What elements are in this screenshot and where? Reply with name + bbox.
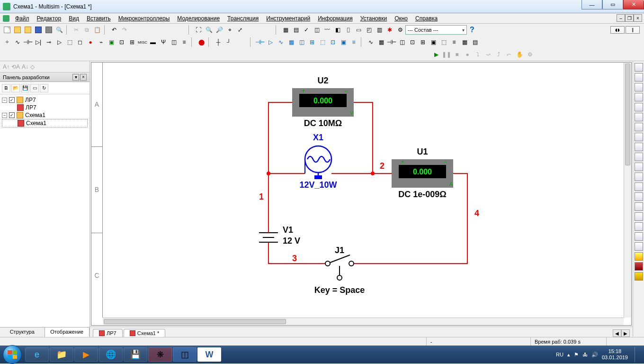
start-button[interactable] [3,345,22,364]
place-cap-button[interactable]: ⊣⊢ [23,37,33,47]
tray-clock[interactable]: 15:18 03.01.2019 [602,348,628,361]
schematic-canvas[interactable]: A B C [91,62,632,326]
comp-18[interactable]: ⬚ [439,37,448,47]
tab-scroll-left[interactable]: ◀ [613,329,621,337]
comp-3[interactable]: ∿ [276,37,286,47]
comp-16[interactable]: ⊞ [418,37,428,47]
tray-volume-icon[interactable]: 🔊 [591,352,598,358]
menu-options[interactable]: Установки [357,14,391,23]
text-color-icon[interactable]: ◇ [30,64,35,70]
labview-inst-icon[interactable] [635,272,643,281]
comp-11[interactable]: ∿ [366,37,376,47]
word-gen-icon[interactable] [635,133,643,141]
menu-info[interactable]: Информация [314,14,356,23]
zoom-out-button[interactable]: 🔎 [215,25,224,35]
text-rotate-icon[interactable]: ⟲A [11,64,20,70]
copy-button[interactable]: ⧉ [82,25,91,35]
cut-button[interactable]: ✂ [72,25,81,35]
panel-pin-button[interactable]: ▾ [72,74,79,81]
place-bus-button[interactable]: ≡ [179,37,189,47]
comp-9[interactable]: ▣ [339,37,348,47]
taskbar-ie[interactable]: e [25,347,49,362]
minimize-button[interactable]: — [581,0,602,9]
menu-edit[interactable]: Редактор [33,14,65,23]
menu-tools[interactable]: Инструментарий [262,14,314,23]
parts-button[interactable]: ◰ [364,25,374,35]
record-button[interactable]: ● [463,50,472,59]
tree-project-2[interactable]: Схема1 [25,112,45,118]
doc-tab-1[interactable]: ЛР7 [93,329,123,337]
place-mcu-button[interactable]: Ψ [159,37,168,47]
menu-help[interactable]: Справка [411,14,441,23]
close-button[interactable]: ✕ [623,0,644,9]
place-misc2-button[interactable]: MISC [138,37,147,47]
spectrum-icon[interactable] [635,182,643,191]
comp-21[interactable]: ▤ [470,37,480,47]
step-over-button[interactable]: ⤻ [483,50,493,59]
open-design-button[interactable]: 📂 [11,84,20,92]
pause-button[interactable]: ❚❚ [442,50,451,59]
place-indicator-button[interactable]: ● [86,37,95,47]
undo-button[interactable]: ↶ [109,25,119,35]
tree-check-icon[interactable]: ✓ [9,97,15,103]
comp-19[interactable]: ≡ [449,37,459,47]
place-ttl-button[interactable]: ⬚ [65,37,74,47]
stop-button[interactable]: ■ [452,50,462,59]
create-comp-button[interactable]: ✱ [385,25,394,35]
save-button[interactable] [34,25,43,35]
comp-6[interactable]: ⊞ [307,37,317,47]
place-probe-button[interactable]: ⬤ [197,37,206,47]
graph-button[interactable]: 〰 [322,25,332,35]
place-diode-button[interactable]: ▷| [34,37,43,47]
erc-button[interactable]: ✓ [302,25,311,35]
sim-opts-button[interactable]: ✋ [515,50,524,59]
open-file-button[interactable] [13,25,22,35]
place-wire-button[interactable]: ┘ [224,37,233,47]
sim-settings-button[interactable]: ⚙ [525,50,535,59]
taskbar-app1[interactable]: ❋ [148,347,172,362]
network-icon[interactable] [635,192,643,201]
distortion-icon[interactable] [635,173,643,181]
tree-collapse-icon[interactable]: − [2,98,7,103]
grid-button[interactable]: ▦ [281,25,290,35]
tree-project-1[interactable]: ЛР7 [25,97,36,103]
refresh-button[interactable]: ↻ [40,84,48,92]
open-project-button[interactable] [23,25,33,35]
postproc-button[interactable]: ⌷ [343,25,353,35]
mdi-restore[interactable]: ❐ [625,14,634,22]
maximize-button[interactable]: ▭ [602,0,623,9]
place-junc-button[interactable]: ┼ [214,37,223,47]
taskbar-word[interactable]: W [197,347,221,362]
menu-view[interactable]: Вид [65,14,83,23]
wattmeter-icon[interactable] [635,83,643,91]
multimeter-icon[interactable] [635,63,643,72]
analysis-button[interactable]: ◧ [333,25,342,35]
agilent-scope-icon[interactable] [635,222,643,231]
sidebar-tab-display[interactable]: Отображение [45,328,90,337]
new-design-button[interactable]: 🗎 [2,84,10,92]
current-probe-icon[interactable] [635,252,643,261]
step-back-button[interactable]: ⤺ [504,50,514,59]
comp-1[interactable]: ⊣⊢ [255,37,265,47]
mdi-minimize[interactable]: – [617,14,625,22]
show-desktop-button[interactable] [635,347,641,362]
agilent-mm-icon[interactable] [635,212,643,221]
agilent-fg-icon[interactable] [635,202,643,211]
comp-7[interactable]: ⬚ [318,37,327,47]
tek-scope-icon[interactable] [635,232,643,241]
taskbar-save[interactable]: 💾 [124,347,147,362]
menu-insert[interactable]: Вставить [83,14,115,23]
place-conn-button[interactable]: ▬ [148,37,158,47]
db-button[interactable]: ◫ [312,25,322,35]
logic-analyzer-icon[interactable] [635,143,643,151]
design-props-button[interactable]: ▭ [30,84,39,92]
comp-4[interactable]: ▦ [286,37,296,47]
help-button[interactable]: ? [467,25,477,35]
comp-10[interactable]: ≡ [349,37,358,47]
text-size-inc-icon[interactable]: A↑ [3,64,9,70]
tree-doc-1[interactable]: ЛР7 [26,104,36,111]
print-preview-button[interactable]: 🔍 [54,25,64,35]
horizontal-scrollbar[interactable] [103,318,624,325]
labview-icon[interactable] [635,242,643,251]
tray-network-icon[interactable]: 🖧 [582,352,588,357]
